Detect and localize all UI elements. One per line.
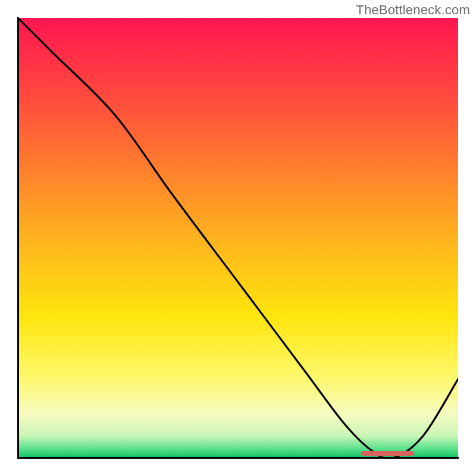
- optimal-range-marker: [361, 451, 414, 456]
- plot-area: [18, 18, 458, 458]
- watermark-text: TheBottleneck.com: [356, 2, 470, 18]
- chart-container: TheBottleneck.com: [0, 0, 476, 476]
